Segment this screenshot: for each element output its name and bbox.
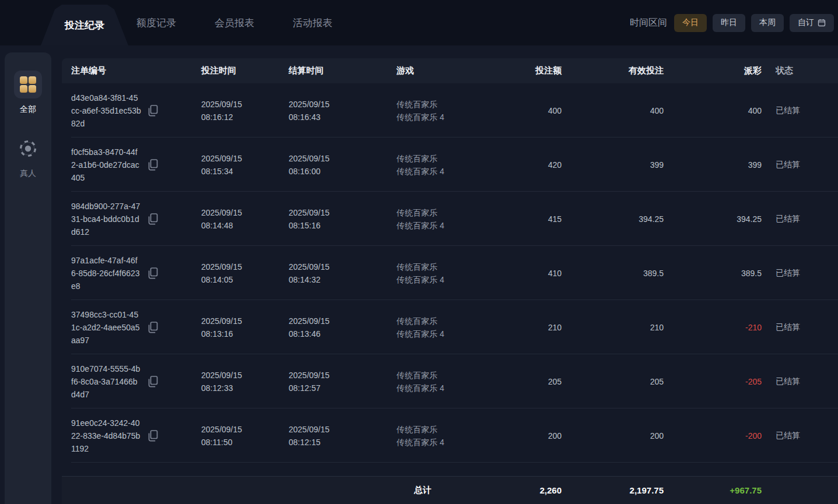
game-table: 传统百家乐 4 [397, 273, 513, 286]
bet-date: 2025/09/15 [201, 369, 289, 382]
game-table: 传统百家乐 4 [397, 382, 513, 394]
status-badge: 已结算 [762, 376, 838, 387]
tab-member-report[interactable]: 会员报表 [211, 16, 258, 30]
game-table: 传统百家乐 4 [397, 436, 513, 449]
bet-amount: 210 [513, 323, 562, 332]
bet-amount: 205 [513, 377, 562, 386]
payout: -200 [664, 431, 762, 440]
bet-id: d43e0a84-3f81-45cc-a6ef-35d1ec53b82d [71, 91, 141, 130]
bet-date: 2025/09/15 [201, 260, 289, 273]
bet-time: 08:14:48 [201, 219, 289, 232]
bet-amount: 415 [513, 214, 562, 224]
time-thisweek-button[interactable]: 本周 [751, 14, 784, 32]
bet-date: 2025/09/15 [201, 206, 289, 219]
col-header-bet-amount: 投注额 [513, 65, 562, 76]
game-table: 传统百家乐 4 [397, 111, 513, 124]
col-header-game: 游戏 [397, 65, 513, 76]
bet-time: 08:12:33 [201, 382, 289, 394]
status-badge: 已结算 [762, 214, 838, 224]
sidebar-item-all[interactable]: 全部 [14, 71, 42, 115]
status-badge: 已结算 [762, 160, 838, 170]
calendar-icon [818, 19, 826, 27]
payout: 389.5 [664, 269, 762, 278]
top-bar: 投注纪录 额度记录 会员报表 活动报表 时间区间 今日 昨日 本周 自订 [0, 0, 838, 45]
status-badge: 已结算 [762, 105, 838, 116]
table-row: 984db900-277a-4731-bca4-bddc0b1dd612 202… [62, 192, 838, 246]
bet-amount: 410 [513, 269, 562, 278]
bet-time: 08:14:05 [201, 273, 289, 286]
payout: 399 [664, 160, 762, 170]
sidebar-item-live[interactable]: 真人 [14, 135, 42, 179]
category-sidebar: 全部 真人 [5, 52, 51, 504]
game-provider: 传统百家乐 [397, 152, 513, 165]
table-row: f0cf5ba3-8470-44f2-a1b6-0de27dcac405 202… [62, 138, 838, 192]
table-row: 37498cc3-cc01-451c-a2d2-4aee50a5aa97 202… [62, 300, 838, 354]
bet-id: 91ee0c24-3242-4022-833e-4d84b75b1192 [71, 417, 141, 455]
game-provider: 传统百家乐 [397, 98, 513, 111]
tab-quota-records[interactable]: 额度记录 [133, 16, 180, 30]
table-row: 91ee0c24-3242-4022-833e-4d84b75b1192 202… [62, 408, 838, 463]
tab-list: 额度记录 会员报表 活动报表 [133, 0, 336, 45]
copy-icon[interactable] [147, 429, 158, 442]
bet-date: 2025/09/15 [201, 315, 289, 327]
table-header-row: 注单编号 投注时间 结算时间 游戏 投注额 有效投注 派彩 状态 [62, 58, 838, 83]
valid-bet: 389.5 [562, 269, 664, 278]
valid-bet: 399 [562, 160, 664, 170]
settle-time: 08:14:32 [289, 273, 397, 286]
bet-amount: 420 [513, 160, 562, 170]
copy-icon[interactable] [147, 321, 158, 334]
time-custom-button[interactable]: 自订 [790, 14, 834, 32]
bet-date: 2025/09/15 [201, 152, 289, 165]
game-provider: 传统百家乐 [397, 260, 513, 273]
bet-id: 984db900-277a-4731-bca4-bddc0b1dd612 [71, 200, 141, 238]
table-row: 97a1acfe-47af-46f6-85d8-26cf4f6623e8 202… [62, 246, 838, 300]
copy-icon[interactable] [147, 213, 158, 225]
sidebar-item-label: 全部 [20, 104, 36, 115]
bet-time: 08:16:12 [201, 111, 289, 124]
bet-id: 910e7074-5555-4bf6-8c0a-3a71466bd4d7 [71, 362, 141, 401]
total-bet-amount: 2,260 [513, 485, 562, 495]
grid-icon [14, 71, 42, 98]
status-badge: 已结算 [762, 268, 838, 279]
valid-bet: 205 [562, 377, 664, 386]
chip-icon [14, 135, 42, 163]
bet-amount: 200 [513, 431, 562, 440]
bet-date: 2025/09/15 [201, 98, 289, 111]
time-today-button[interactable]: 今日 [674, 14, 707, 32]
game-provider: 传统百家乐 [397, 315, 513, 327]
settle-time: 08:16:00 [289, 165, 397, 178]
valid-bet: 394.25 [562, 214, 664, 224]
valid-bet: 210 [562, 323, 664, 332]
time-yesterday-label: 昨日 [721, 17, 737, 28]
settle-time: 08:13:46 [289, 327, 397, 340]
settle-date: 2025/09/15 [289, 152, 397, 165]
col-header-payout: 派彩 [664, 65, 762, 76]
settle-time: 08:15:16 [289, 219, 397, 232]
time-range-filter: 时间区间 今日 昨日 本周 自订 [630, 0, 834, 45]
settle-date: 2025/09/15 [289, 98, 397, 111]
status-badge: 已结算 [762, 322, 838, 333]
copy-icon[interactable] [147, 104, 158, 117]
tab-activity-report[interactable]: 活动报表 [289, 16, 336, 30]
bet-amount: 400 [513, 106, 562, 115]
copy-icon[interactable] [147, 375, 158, 388]
bet-id: f0cf5ba3-8470-44f2-a1b6-0de27dcac405 [71, 146, 141, 184]
table-row: 910e7074-5555-4bf6-8c0a-3a71466bd4d7 202… [62, 354, 838, 408]
game-provider: 传统百家乐 [397, 423, 513, 436]
time-yesterday-button[interactable]: 昨日 [713, 14, 745, 32]
tab-betting-records[interactable]: 投注纪录 [41, 5, 128, 45]
copy-icon[interactable] [147, 158, 158, 171]
settle-date: 2025/09/15 [289, 423, 397, 436]
valid-bet: 200 [562, 431, 664, 440]
copy-icon[interactable] [147, 267, 158, 280]
col-header-settle-time: 结算时间 [289, 65, 397, 76]
time-today-label: 今日 [682, 17, 699, 28]
bet-time: 08:15:34 [201, 165, 289, 178]
bet-id: 37498cc3-cc01-451c-a2d2-4aee50a5aa97 [71, 308, 141, 347]
settle-time: 08:12:57 [289, 382, 397, 394]
settle-date: 2025/09/15 [289, 260, 397, 273]
game-table: 传统百家乐 4 [397, 219, 513, 232]
payout: -205 [664, 377, 762, 386]
bet-date: 2025/09/15 [201, 423, 289, 436]
table-body: d43e0a84-3f81-45cc-a6ef-35d1ec53b82d 202… [62, 83, 838, 463]
